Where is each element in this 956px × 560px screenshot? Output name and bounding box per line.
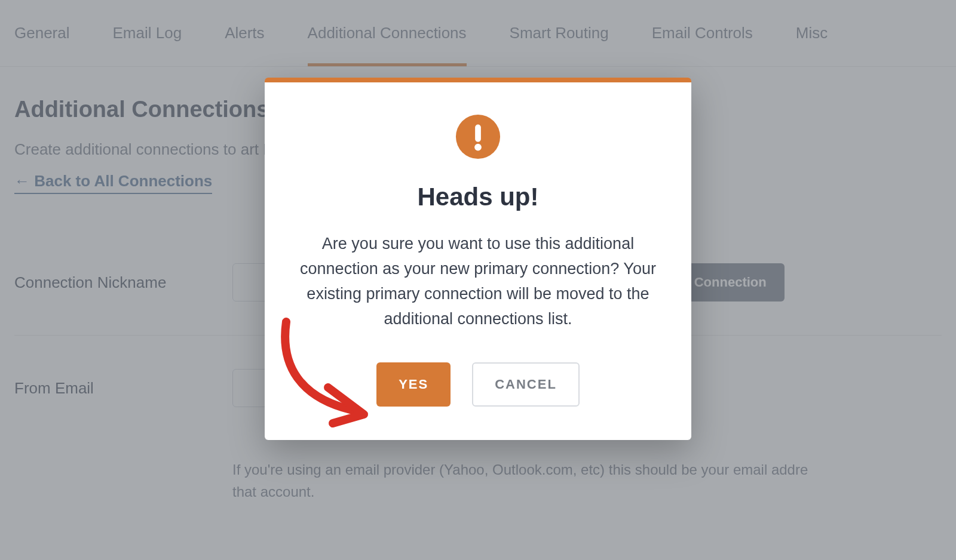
modal-body-text: Are you sure you want to use this additi… bbox=[298, 232, 658, 331]
svg-point-2 bbox=[474, 144, 482, 151]
modal-actions: YES CANCEL bbox=[298, 362, 658, 407]
yes-button[interactable]: YES bbox=[376, 362, 451, 407]
modal-title: Heads up! bbox=[298, 183, 658, 211]
modal-icon-wrap bbox=[298, 113, 658, 160]
modal-overlay[interactable]: Heads up! Are you sure you want to use t… bbox=[0, 0, 956, 560]
exclamation-circle-icon bbox=[455, 113, 501, 160]
cancel-button[interactable]: CANCEL bbox=[472, 362, 580, 407]
svg-rect-1 bbox=[475, 125, 481, 142]
confirm-modal: Heads up! Are you sure you want to use t… bbox=[265, 78, 691, 440]
